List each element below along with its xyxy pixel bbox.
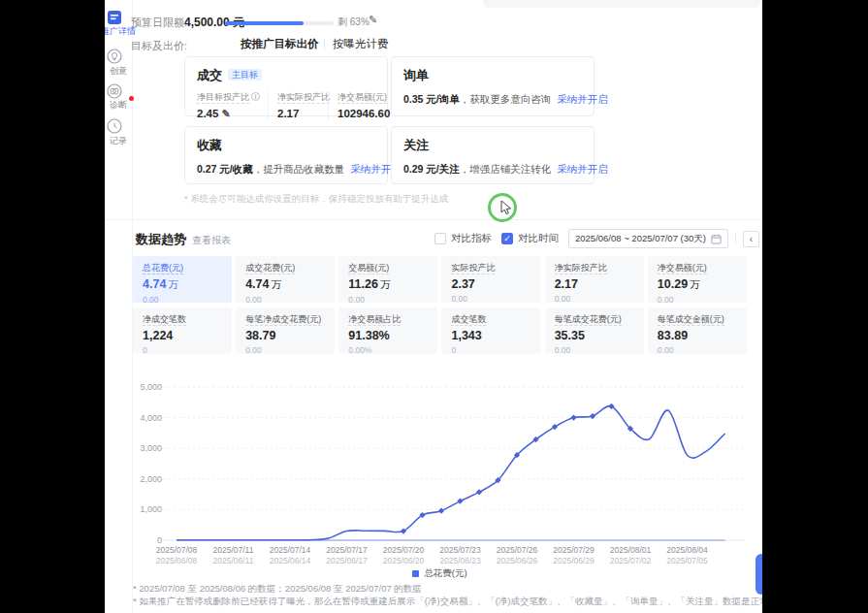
metric-tile-3[interactable]: 交易额(元)11.26万0.00 bbox=[338, 256, 437, 303]
svg-text:0: 0 bbox=[157, 535, 162, 545]
metric-value: 91.38% bbox=[348, 329, 428, 342]
metric-label: 成交花费(元) bbox=[245, 262, 325, 274]
goal-card-follow: 关注 0.29 元/关注，增强店铺关注转化采纳并开启 bbox=[391, 126, 595, 184]
metric-tile-11[interactable]: 每笔成交花费(元)35.350.00 bbox=[545, 307, 644, 354]
goal-card-title: 成交 bbox=[197, 68, 222, 82]
metric-tile-2[interactable]: 成交花费(元)4.74万0.00 bbox=[236, 256, 335, 303]
svg-text:2025/07/05: 2025/07/05 bbox=[666, 556, 708, 565]
adopt-enable-link[interactable]: 采纳并开启 bbox=[557, 93, 608, 105]
svg-text:4,000: 4,000 bbox=[140, 413, 162, 423]
goal-desc: ，增强店铺关注转化 bbox=[460, 163, 552, 175]
goal-card-title: 收藏 bbox=[197, 138, 222, 152]
metric-compare-value: 0.00 bbox=[245, 295, 325, 303]
info-icon[interactable]: i bbox=[251, 92, 260, 101]
metric-value: 2.17 bbox=[555, 277, 634, 291]
sidebar-item-label: 记录 bbox=[105, 135, 147, 147]
compare-metric-label: 对比指标 bbox=[451, 232, 492, 245]
tab-bid-by-goal[interactable]: 按推广目标出价 bbox=[241, 37, 319, 51]
prev-period-button[interactable]: ‹ bbox=[743, 231, 759, 247]
edit-icon[interactable]: ✎ bbox=[369, 14, 377, 26]
metric-tile-1[interactable]: 总花费(元)4.74万0.00 bbox=[133, 256, 232, 303]
stat-label: 净交易额(元) bbox=[338, 92, 387, 104]
goal-card-inquiry: 询单 0.35 元/询单，获取更多意向咨询采纳并开启 bbox=[391, 56, 595, 116]
metric-value: 1,224 bbox=[143, 329, 222, 342]
metric-label: 每笔净成交花费(元) bbox=[245, 313, 325, 326]
svg-text:2025/06/11: 2025/06/11 bbox=[213, 556, 254, 565]
footnote: * 如果推广在暂停或删除前已经获得了曝光，那么在暂停或重建后展示「(净)交易额」… bbox=[133, 596, 762, 608]
divider bbox=[735, 233, 736, 244]
legend-swatch bbox=[412, 570, 419, 577]
metric-value: 83.89 bbox=[658, 329, 737, 342]
metric-label: 净成交笔数 bbox=[143, 313, 222, 326]
adopt-enable-link[interactable]: 采纳并开启 bbox=[557, 163, 608, 175]
metric-value: 35.35 bbox=[555, 329, 634, 342]
goal-desc: ，提升商品收藏数量 bbox=[253, 163, 345, 175]
svg-text:2025/06/17: 2025/06/17 bbox=[326, 556, 368, 565]
trend-controls: 对比指标 ✓ 对比时间 2025/06/08 ~ 2025/07/07 (30天… bbox=[434, 228, 762, 249]
svg-text:2025/07/26: 2025/07/26 bbox=[497, 545, 538, 555]
svg-text:2025/06/14: 2025/06/14 bbox=[270, 556, 311, 565]
svg-text:2025/07/20: 2025/07/20 bbox=[383, 545, 425, 555]
footnote: * 2025/07/08 至 2025/08/06 的数据；2025/06/08… bbox=[133, 583, 422, 596]
trend-section-title: 数据趋势 bbox=[136, 231, 186, 248]
metric-tile-8[interactable]: 每笔净成交花费(元)38.790.00 bbox=[236, 307, 335, 354]
compare-time-label: 对比时间 bbox=[518, 232, 559, 245]
view-report-link[interactable]: 查看报表 bbox=[192, 234, 231, 247]
date-range-picker[interactable]: 2025/06/08 ~ 2025/07/07 (30天) bbox=[568, 229, 728, 248]
metric-compare-value: 0.00 bbox=[143, 295, 222, 303]
compare-metric-checkbox[interactable] bbox=[434, 233, 446, 244]
legend-label: 总花费(元) bbox=[424, 567, 466, 580]
metric-tile-5[interactable]: 净实际投产比2.170.00 bbox=[545, 256, 644, 303]
metric-tile-7[interactable]: 净成交笔数1,2240 bbox=[133, 307, 232, 354]
svg-text:2025/07/17: 2025/07/17 bbox=[326, 545, 368, 555]
stat-label: 净目标投产比 bbox=[197, 92, 249, 104]
svg-text:2025/07/29: 2025/07/29 bbox=[553, 545, 595, 555]
svg-text:1,000: 1,000 bbox=[140, 504, 162, 514]
goal-card-favorite: 收藏 0.27 元/收藏，提升商品收藏数量采纳并开启 bbox=[184, 126, 388, 184]
metric-label: 净交易额(元) bbox=[658, 262, 737, 274]
svg-text:2025/07/23: 2025/07/23 bbox=[439, 545, 481, 555]
svg-text:2025/07/02: 2025/07/02 bbox=[610, 556, 652, 565]
side-drawer-handle[interactable] bbox=[755, 554, 762, 595]
budget-slider[interactable] bbox=[225, 21, 334, 25]
calendar-icon bbox=[711, 234, 722, 244]
sidebar-item-label: 创意 bbox=[105, 65, 147, 78]
metric-compare-value: 0 bbox=[143, 345, 222, 354]
svg-text:2025/07/08: 2025/07/08 bbox=[156, 545, 198, 555]
detail-icon bbox=[107, 10, 122, 25]
budget-remaining: 剩 63% bbox=[338, 16, 370, 29]
divider bbox=[324, 39, 325, 49]
edit-icon[interactable]: ✎ bbox=[222, 108, 231, 119]
metric-value: 4.74万 bbox=[245, 277, 325, 292]
metric-label: 净交易额占比 bbox=[348, 313, 428, 326]
mouse-cursor-icon bbox=[498, 200, 513, 215]
metric-value: 10.29万 bbox=[658, 277, 737, 292]
svg-text:2,000: 2,000 bbox=[140, 474, 162, 484]
stat-value: 102946.60 bbox=[338, 108, 390, 119]
metric-tile-6[interactable]: 净交易额(元)10.29万0.00 bbox=[648, 256, 747, 303]
svg-text:2025/06/20: 2025/06/20 bbox=[383, 556, 425, 565]
metric-tile-10[interactable]: 成交笔数1,3430 bbox=[441, 307, 540, 354]
metric-tile-12[interactable]: 每笔成交金额(元)83.890.00 bbox=[648, 307, 747, 354]
metric-label: 实际投产比 bbox=[451, 262, 530, 274]
metric-tile-9[interactable]: 净交易额占比91.38%0.00% bbox=[338, 307, 437, 354]
tab-bid-by-impression[interactable]: 按曝光计费 bbox=[333, 37, 389, 51]
notification-dot bbox=[129, 96, 134, 101]
metric-value: 2.37 bbox=[451, 277, 530, 291]
metric-value: 1,343 bbox=[451, 329, 530, 342]
svg-text:2025/06/08: 2025/06/08 bbox=[156, 556, 198, 565]
goal-price: 0.35 元/询单 bbox=[403, 93, 460, 105]
goal-card-title: 关注 bbox=[403, 138, 429, 152]
stat-label: 净实际投产比 bbox=[277, 92, 330, 104]
metric-tile-4[interactable]: 实际投产比2.370.00 bbox=[441, 256, 540, 303]
metric-compare-value: 0.00 bbox=[451, 294, 530, 303]
goal-card-title: 询单 bbox=[403, 68, 429, 82]
date-range-value: 2025/06/08 ~ 2025/07/07 (30天) bbox=[575, 233, 706, 245]
ad-detail-panel: 推广详情创意诊断记录 预算日限额: 4,500.00 元 剩 63% ✎ 目标及… bbox=[105, 0, 762, 613]
metric-compare-value: 0.00 bbox=[348, 295, 428, 303]
metric-label: 每笔成交金额(元) bbox=[658, 313, 737, 326]
trend-line-chart: 01,0002,0003,0004,0005,0002025/07/082025… bbox=[133, 376, 747, 567]
compare-time-checkbox[interactable]: ✓ bbox=[501, 233, 513, 244]
camera-icon bbox=[107, 83, 122, 99]
metric-label: 成交笔数 bbox=[451, 313, 530, 326]
